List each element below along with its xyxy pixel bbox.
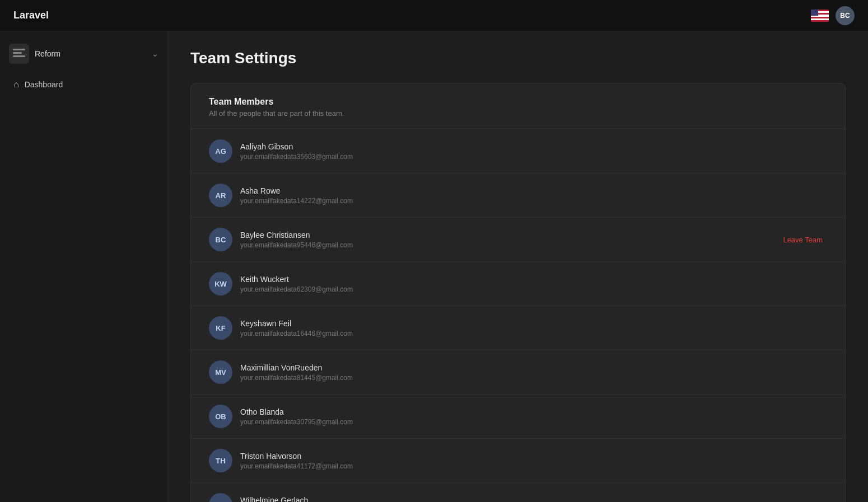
- member-info: Aaliyah Gibsonyour.emailfakedata35603@gm…: [240, 142, 353, 161]
- svg-rect-0: [13, 49, 25, 50]
- member-left: WGWilhelmine Gerlachyour.emailfakedata18…: [209, 493, 353, 502]
- member-name: Otho Blanda: [240, 407, 353, 416]
- app-title: Laravel: [13, 10, 49, 21]
- member-avatar-wg: WG: [209, 493, 232, 502]
- member-left: MVMaximillian VonRuedenyour.emailfakedat…: [209, 360, 353, 384]
- sidebar-nav: ⌂ Dashboard: [0, 74, 167, 95]
- member-email: your.emailfakedata16446@gmail.com: [240, 330, 353, 337]
- sidebar-item-dashboard[interactable]: ⌂ Dashboard: [4, 74, 163, 95]
- flag-icon[interactable]: [811, 10, 829, 22]
- member-email: your.emailfakedata14222@gmail.com: [240, 197, 353, 205]
- sidebar-team-left: Reform: [9, 44, 60, 64]
- member-info: Keyshawn Feilyour.emailfakedata16446@gma…: [240, 319, 353, 337]
- member-row: AGAaliyah Gibsonyour.emailfakedata35603@…: [191, 129, 845, 173]
- home-icon: ⌂: [13, 79, 19, 90]
- svg-rect-1: [13, 52, 22, 54]
- member-left: BCBaylee Christiansenyour.emailfakedata9…: [209, 228, 353, 251]
- member-avatar-ag: AG: [209, 139, 232, 163]
- member-avatar-kf: KF: [209, 316, 232, 340]
- page-title: Team Settings: [190, 49, 846, 67]
- card-header-subtitle: All of the people that are part of this …: [209, 109, 827, 118]
- member-name: Aaliyah Gibson: [240, 142, 353, 151]
- member-left: KFKeyshawn Feilyour.emailfakedata16446@g…: [209, 316, 353, 340]
- team-grid-icon: [13, 49, 25, 59]
- member-email: your.emailfakedata81445@gmail.com: [240, 374, 353, 382]
- member-avatar-ar: AR: [209, 184, 232, 207]
- sidebar-dashboard-label: Dashboard: [25, 80, 63, 89]
- member-row: KWKeith Wuckertyour.emailfakedata62309@g…: [191, 262, 845, 306]
- member-row: OBOtho Blandayour.emailfakedata30795@gma…: [191, 395, 845, 439]
- member-email: your.emailfakedata41172@gmail.com: [240, 462, 353, 470]
- member-email: your.emailfakedata35603@gmail.com: [240, 153, 353, 161]
- member-list: AGAaliyah Gibsonyour.emailfakedata35603@…: [191, 129, 845, 502]
- member-left: ARAsha Roweyour.emailfakedata14222@gmail…: [209, 184, 353, 207]
- team-members-card: Team Members All of the people that are …: [190, 83, 846, 502]
- sidebar-team-selector[interactable]: Reform ⌄: [0, 38, 167, 69]
- member-avatar-ob: OB: [209, 405, 232, 428]
- member-info: Wilhelmine Gerlachyour.emailfakedata1848…: [240, 496, 353, 503]
- member-avatar-mv: MV: [209, 360, 232, 384]
- member-avatar-th: TH: [209, 449, 232, 472]
- member-row: BCBaylee Christiansenyour.emailfakedata9…: [191, 218, 845, 262]
- member-left: OBOtho Blandayour.emailfakedata30795@gma…: [209, 405, 353, 428]
- member-info: Otho Blandayour.emailfakedata30795@gmail…: [240, 407, 353, 426]
- member-info: Triston Halvorsonyour.emailfakedata41172…: [240, 452, 353, 470]
- member-email: your.emailfakedata95446@gmail.com: [240, 241, 353, 249]
- member-info: Keith Wuckertyour.emailfakedata62309@gma…: [240, 275, 353, 293]
- leave-team-button[interactable]: Leave Team: [778, 233, 827, 246]
- top-nav-right: BC: [811, 6, 855, 25]
- member-name: Asha Rowe: [240, 186, 353, 195]
- svg-rect-2: [13, 55, 25, 57]
- member-left: THTriston Halvorsonyour.emailfakedata411…: [209, 449, 353, 472]
- member-name: Baylee Christiansen: [240, 231, 353, 240]
- member-name: Maximillian VonRueden: [240, 363, 353, 372]
- member-row: THTriston Halvorsonyour.emailfakedata411…: [191, 439, 845, 483]
- member-name: Triston Halvorson: [240, 452, 353, 461]
- member-info: Maximillian VonRuedenyour.emailfakedata8…: [240, 363, 353, 382]
- user-avatar-nav[interactable]: BC: [836, 6, 855, 25]
- member-left: KWKeith Wuckertyour.emailfakedata62309@g…: [209, 272, 353, 295]
- member-avatar-bc: BC: [209, 228, 232, 251]
- member-name: Keyshawn Feil: [240, 319, 353, 328]
- member-info: Asha Roweyour.emailfakedata14222@gmail.c…: [240, 186, 353, 205]
- member-name: Keith Wuckert: [240, 275, 353, 284]
- chevron-down-icon: ⌄: [152, 49, 158, 58]
- member-row: KFKeyshawn Feilyour.emailfakedata16446@g…: [191, 306, 845, 350]
- sidebar-team-name: Reform: [35, 49, 60, 58]
- member-info: Baylee Christiansenyour.emailfakedata954…: [240, 231, 353, 249]
- top-nav: Laravel BC: [0, 0, 868, 31]
- member-name: Wilhelmine Gerlach: [240, 496, 353, 503]
- member-left: AGAaliyah Gibsonyour.emailfakedata35603@…: [209, 139, 353, 163]
- main-content: Team Settings Team Members All of the pe…: [168, 31, 868, 502]
- card-header-title: Team Members: [209, 97, 827, 107]
- member-row: WGWilhelmine Gerlachyour.emailfakedata18…: [191, 483, 845, 502]
- layout: Reform ⌄ ⌂ Dashboard Team Settings Team …: [0, 31, 868, 502]
- card-header: Team Members All of the people that are …: [191, 83, 845, 129]
- sidebar-team-icon: [9, 44, 29, 64]
- member-row: MVMaximillian VonRuedenyour.emailfakedat…: [191, 350, 845, 395]
- member-email: your.emailfakedata30795@gmail.com: [240, 418, 353, 426]
- member-avatar-kw: KW: [209, 272, 232, 295]
- sidebar: Reform ⌄ ⌂ Dashboard: [0, 31, 168, 502]
- member-email: your.emailfakedata62309@gmail.com: [240, 285, 353, 293]
- member-row: ARAsha Roweyour.emailfakedata14222@gmail…: [191, 173, 845, 218]
